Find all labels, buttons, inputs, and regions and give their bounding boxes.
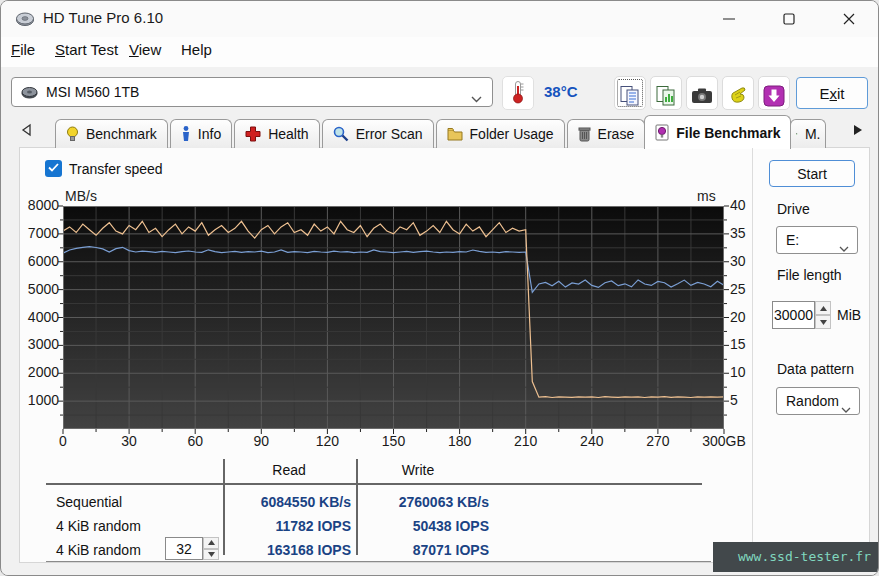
- up-arrow-icon: [208, 540, 215, 545]
- file-length-input[interactable]: [772, 301, 815, 329]
- hand-button[interactable]: [722, 76, 754, 110]
- queue-depth-up-button[interactable]: [203, 537, 219, 549]
- menu-help[interactable]: Help: [181, 41, 212, 58]
- data-pattern-value: Random: [786, 393, 839, 409]
- row-label-4kib-random: 4 KiB random: [56, 518, 141, 534]
- column-header-write: Write: [368, 462, 468, 478]
- bulb-icon: [66, 126, 79, 142]
- x-tick-label: 150: [382, 433, 405, 449]
- ms-tick-label: 15: [730, 336, 746, 352]
- menu-file[interactable]: File: [11, 41, 35, 58]
- ms-tick-label: 25: [730, 281, 746, 297]
- info-icon: [181, 126, 191, 142]
- tab-health[interactable]: Health: [234, 119, 319, 148]
- watermark: www.ssd-tester.fr: [713, 542, 879, 572]
- folder-icon: [447, 127, 463, 141]
- tab-scroll-left-button[interactable]: [15, 120, 37, 142]
- maximize-button[interactable]: [767, 1, 811, 36]
- data-pattern-dropdown[interactable]: Random: [776, 387, 860, 415]
- file-length-stepper: [815, 301, 831, 329]
- file-length-unit: MiB: [837, 307, 861, 323]
- chevron-down-icon: [841, 399, 851, 417]
- up-arrow-icon: [820, 306, 827, 311]
- temperature-button[interactable]: [502, 76, 534, 110]
- close-button[interactable]: [827, 1, 871, 36]
- copy-image-button[interactable]: [650, 76, 682, 110]
- panel-divider: [752, 148, 753, 562]
- file-length-down-button[interactable]: [815, 315, 831, 329]
- transfer-speed-checkbox[interactable]: [45, 160, 62, 177]
- random-qd-read-value: 163168 IOPS: [227, 542, 351, 558]
- x-tick-label: 30: [121, 433, 137, 449]
- row-label-sequential: Sequential: [56, 494, 122, 510]
- file-length-up-button[interactable]: [815, 301, 831, 315]
- file-length-label: File length: [777, 267, 842, 283]
- x-tick-label: 120: [316, 433, 339, 449]
- copy-text-icon: [619, 85, 641, 107]
- queue-depth-input[interactable]: [165, 537, 203, 560]
- exit-button[interactable]: Exit: [796, 77, 868, 109]
- drive-dropdown[interactable]: E:: [776, 226, 858, 254]
- minimize-button[interactable]: [707, 1, 751, 36]
- random-write-value: 50438 IOPS: [365, 518, 489, 534]
- tab-info[interactable]: Info: [170, 119, 232, 148]
- x-tick-label: 300GB: [702, 433, 746, 449]
- bar-chart-icon: [796, 127, 797, 141]
- tab-benchmark[interactable]: Benchmark: [55, 119, 168, 148]
- drive-dropdown-value: E:: [786, 232, 799, 248]
- data-pattern-label: Data pattern: [777, 361, 854, 377]
- column-header-read: Read: [239, 462, 339, 478]
- ms-tick-label: 40: [730, 197, 746, 213]
- x-tick-label: 270: [646, 433, 669, 449]
- copy-text-button[interactable]: [614, 76, 646, 110]
- tab-disk-monitor[interactable]: M.: [790, 119, 826, 148]
- tab-folder-usage[interactable]: Folder Usage: [436, 119, 565, 148]
- copy-image-icon: [655, 85, 677, 107]
- drive-selector[interactable]: MSI M560 1TB: [11, 77, 493, 107]
- menu-bar: File Start Test View Help: [1, 37, 878, 67]
- y-tick-label: 3000: [19, 336, 59, 352]
- table-divider-vertical-1: [223, 459, 225, 555]
- tab-file-benchmark[interactable]: File Benchmark: [644, 115, 791, 149]
- sequential-write-value: 2760063 KB/s: [365, 494, 489, 510]
- sequential-read-value: 6084550 KB/s: [227, 494, 351, 510]
- tab-error-scan[interactable]: Error Scan: [322, 119, 434, 148]
- tab-scroll-right-button[interactable]: [847, 120, 869, 142]
- table-bottom-divider: [46, 561, 711, 562]
- right-axis-title: ms: [697, 188, 716, 204]
- save-button[interactable]: [758, 76, 790, 110]
- title-bar: HD Tune Pro 6.10: [1, 1, 878, 37]
- table-divider-vertical-2: [356, 459, 358, 555]
- transfer-speed-label: Transfer speed: [69, 161, 163, 177]
- hand-icon: [727, 85, 749, 107]
- health-cross-icon: [245, 126, 261, 142]
- y-tick-label: 6000: [19, 253, 59, 269]
- ms-tick-label: 10: [730, 364, 746, 380]
- x-tick-label: 0: [59, 433, 67, 449]
- menu-view[interactable]: View: [129, 41, 161, 58]
- down-arrow-icon: [820, 320, 827, 325]
- drive-selector-value: MSI M560 1TB: [46, 84, 139, 100]
- app-disk-icon: [15, 9, 35, 29]
- y-tick-label: 4000: [19, 309, 59, 325]
- queue-depth-down-button[interactable]: [203, 549, 219, 561]
- trash-icon: [578, 126, 591, 142]
- chevron-down-icon: [839, 238, 849, 256]
- ms-tick-label: 20: [730, 309, 746, 325]
- temperature-value: 38°C: [544, 83, 578, 100]
- tab-bar: Benchmark Info Health Error Scan Folder …: [55, 114, 828, 148]
- row-label-4kib-random-qd: 4 KiB random: [56, 542, 141, 558]
- screenshot-button[interactable]: [686, 76, 718, 110]
- y-tick-label: 1000: [19, 392, 59, 408]
- menu-start-test[interactable]: Start Test: [55, 41, 118, 58]
- start-button[interactable]: Start: [769, 160, 855, 187]
- magnifier-icon: [333, 126, 349, 142]
- ms-tick-label: 30: [730, 253, 746, 269]
- drive-label: Drive: [777, 201, 810, 217]
- x-tick-label: 210: [514, 433, 537, 449]
- chevron-down-icon: [471, 89, 482, 107]
- tab-erase[interactable]: Erase: [567, 119, 646, 148]
- y-tick-label: 2000: [19, 364, 59, 380]
- x-tick-label: 240: [580, 433, 603, 449]
- disk-icon: [21, 84, 38, 105]
